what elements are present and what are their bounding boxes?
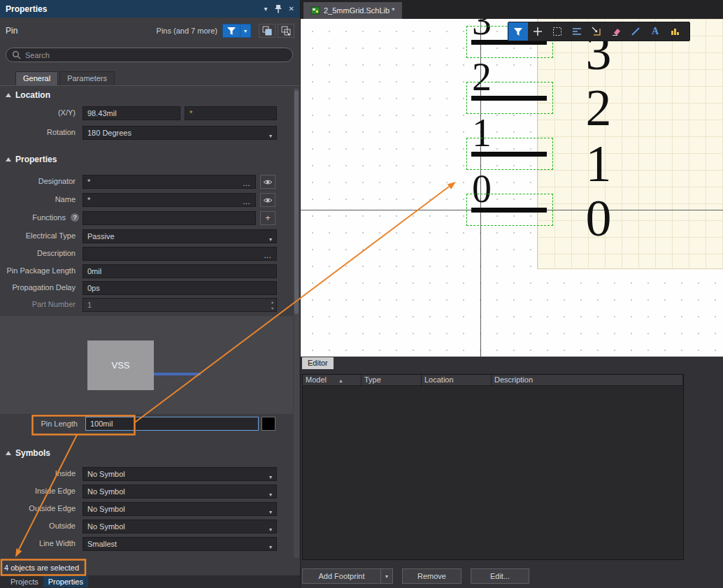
add-function-button[interactable]: + bbox=[260, 211, 275, 225]
collapse-icon bbox=[6, 157, 11, 162]
pin-preview: VSS bbox=[0, 316, 293, 414]
inside-value: No Symbol bbox=[87, 470, 125, 478]
altium-window: Properties ▾ ✕ Pin Pins (and 7 more) ▾ bbox=[0, 0, 723, 588]
electrical-type-value: Passive bbox=[87, 232, 115, 241]
document-tab[interactable]: 2_5mmGrid.SchLib * bbox=[303, 2, 402, 19]
column-description[interactable]: Description bbox=[492, 375, 683, 385]
y-field[interactable]: * bbox=[185, 106, 277, 120]
text-tool-button[interactable]: A bbox=[645, 22, 665, 41]
symbol-body-preview: VSS bbox=[87, 340, 154, 390]
filter-tool-button[interactable] bbox=[508, 22, 528, 41]
pin-length-label: Pin Length bbox=[0, 420, 78, 428]
pin-package-length-field[interactable] bbox=[83, 264, 277, 278]
remove-button[interactable]: Remove bbox=[402, 568, 461, 584]
sort-asc-icon: ▲ bbox=[338, 378, 343, 383]
inside-row: Inside No Symbol ▾ bbox=[0, 467, 300, 482]
align-tool-button[interactable] bbox=[567, 22, 587, 41]
tab-general[interactable]: General bbox=[15, 71, 58, 85]
panel-menu-icon[interactable]: ▾ bbox=[264, 5, 268, 13]
add-footprint-dropdown-button[interactable]: ▾ bbox=[380, 568, 393, 584]
tab-parameters[interactable]: Parameters bbox=[59, 71, 115, 85]
collapse-icon bbox=[6, 451, 11, 455]
rotation-dropdown[interactable]: 180 Degrees ▾ bbox=[83, 126, 277, 140]
move-tool-button[interactable] bbox=[528, 22, 547, 41]
outside-dropdown[interactable]: No Symbol ▾ bbox=[83, 519, 277, 533]
x-field[interactable] bbox=[83, 106, 180, 120]
outside-edge-row: Outside Edge No Symbol ▾ bbox=[0, 502, 300, 517]
section-properties[interactable]: Properties bbox=[0, 152, 300, 166]
column-location[interactable]: Location bbox=[422, 375, 492, 385]
eye-icon bbox=[263, 178, 273, 186]
pin-name-text[interactable]: 0 bbox=[572, 192, 625, 244]
chevron-down-icon: ▾ bbox=[269, 524, 272, 536]
tab-properties[interactable]: Properties bbox=[43, 576, 88, 587]
deselect-objects-button[interactable] bbox=[278, 24, 294, 38]
section-location[interactable]: Location bbox=[0, 88, 300, 102]
select-objects-button[interactable] bbox=[259, 24, 275, 38]
description-field[interactable]: … bbox=[83, 247, 277, 261]
eraser-tool-button[interactable] bbox=[606, 22, 626, 41]
chevron-down-icon: ▾ bbox=[269, 471, 272, 484]
electrical-type-row: Electrical Type Passive ▾ bbox=[0, 229, 300, 245]
filter-dropdown-button[interactable]: ▾ bbox=[241, 24, 251, 38]
line-tool-button[interactable] bbox=[626, 22, 645, 41]
tab-projects[interactable]: Projects bbox=[6, 576, 43, 587]
name-row: Name * … bbox=[0, 193, 300, 208]
spinner-up-icon[interactable]: ▴ bbox=[271, 299, 273, 306]
name-visibility-button[interactable] bbox=[260, 193, 275, 207]
designator-field[interactable]: * … bbox=[83, 175, 256, 189]
spinner-down-icon[interactable]: ▾ bbox=[271, 306, 273, 312]
designator-visibility-button[interactable] bbox=[260, 175, 275, 189]
pin-name-text[interactable]: 1 bbox=[572, 138, 625, 189]
column-model-label: Model bbox=[306, 375, 327, 384]
line-width-label: Line Width bbox=[0, 539, 76, 547]
ellipsis-button[interactable]: … bbox=[264, 249, 272, 261]
pin-panel-icon[interactable] bbox=[274, 4, 282, 13]
close-icon[interactable]: ✕ bbox=[289, 5, 294, 13]
pin-name-text[interactable]: 2 bbox=[572, 82, 625, 134]
snap-tool-button[interactable] bbox=[587, 22, 606, 41]
description-row: Description … bbox=[0, 247, 300, 262]
line-width-dropdown[interactable]: Smallest ▾ bbox=[83, 537, 277, 551]
models-table-header: Model ▲ Type Location Description bbox=[303, 375, 683, 386]
scrollbar-thumb[interactable] bbox=[294, 90, 299, 314]
functions-field[interactable] bbox=[83, 211, 256, 225]
part-number-stepper[interactable]: ▴ ▾ bbox=[271, 299, 273, 312]
name-field[interactable]: * … bbox=[83, 193, 256, 207]
ellipsis-button[interactable]: … bbox=[243, 177, 251, 189]
chevron-down-icon: ▾ bbox=[269, 541, 272, 554]
filter-button[interactable] bbox=[222, 24, 241, 38]
section-location-title: Location bbox=[15, 90, 50, 100]
selection-tool-button[interactable] bbox=[547, 22, 567, 41]
status-text: 4 objects are selected bbox=[4, 564, 79, 572]
column-tool-button[interactable] bbox=[665, 22, 685, 41]
ellipsis-button[interactable]: … bbox=[243, 195, 251, 208]
outside-edge-dropdown[interactable]: No Symbol ▾ bbox=[83, 502, 277, 516]
column-model[interactable]: Model ▲ bbox=[303, 375, 362, 385]
pin-length-row: Pin Length bbox=[0, 417, 300, 433]
inside-dropdown[interactable]: No Symbol ▾ bbox=[83, 467, 277, 481]
add-footprint-button[interactable]: Add Footprint bbox=[302, 568, 381, 584]
electrical-type-dropdown[interactable]: Passive ▾ bbox=[83, 229, 277, 243]
editor-tab[interactable]: Editor bbox=[302, 357, 334, 369]
part-number-label: Part Number bbox=[0, 300, 76, 308]
inside-edge-dropdown[interactable]: No Symbol ▾ bbox=[83, 485, 277, 499]
panel-scrollbar[interactable] bbox=[294, 88, 299, 558]
outside-edge-label: Outside Edge bbox=[0, 504, 76, 512]
designator-value: * bbox=[87, 178, 90, 186]
section-symbols[interactable]: Symbols bbox=[0, 446, 300, 460]
text-icon: A bbox=[652, 26, 659, 37]
pin-color-swatch[interactable] bbox=[262, 417, 275, 431]
help-icon[interactable]: ? bbox=[71, 213, 79, 222]
column-type[interactable]: Type bbox=[362, 375, 422, 385]
schematic-canvas[interactable]: 3 2 1 0 3 2 1 0 bbox=[301, 19, 723, 357]
pin-package-length-row: Pin Package Length bbox=[0, 264, 300, 280]
propagation-delay-field[interactable] bbox=[83, 281, 277, 295]
rotation-value: 180 Degrees bbox=[87, 129, 131, 137]
functions-row: Functions ? + bbox=[0, 211, 300, 227]
schlib-doc-icon bbox=[310, 6, 320, 15]
pin-length-field[interactable] bbox=[85, 417, 259, 431]
search-input[interactable] bbox=[25, 51, 287, 59]
search-box bbox=[6, 48, 293, 62]
edit-button[interactable]: Edit... bbox=[471, 568, 529, 584]
